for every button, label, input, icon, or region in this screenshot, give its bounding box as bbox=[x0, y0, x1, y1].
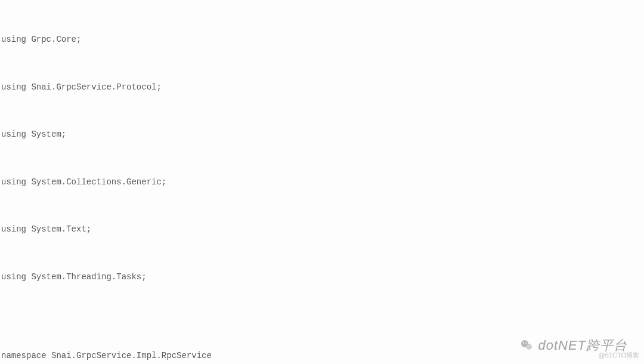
svg-point-3 bbox=[526, 343, 527, 344]
svg-point-4 bbox=[528, 346, 528, 346]
code-block: using Grpc.Core; using Snai.GrpcService.… bbox=[0, 0, 644, 364]
code-line: using System.Threading.Tasks; bbox=[1, 269, 643, 285]
svg-point-1 bbox=[526, 344, 532, 350]
code-line: using System.Collections.Generic; bbox=[1, 174, 643, 190]
svg-point-2 bbox=[524, 343, 525, 344]
code-line: using Snai.GrpcService.Protocol; bbox=[1, 79, 643, 95]
code-line: using System; bbox=[1, 127, 643, 143]
attribution-text: @51CTO博客 bbox=[599, 347, 639, 363]
code-line: using System.Text; bbox=[1, 221, 643, 237]
svg-point-5 bbox=[530, 346, 530, 346]
wechat-icon bbox=[520, 338, 534, 353]
code-line: using Grpc.Core; bbox=[1, 32, 643, 48]
